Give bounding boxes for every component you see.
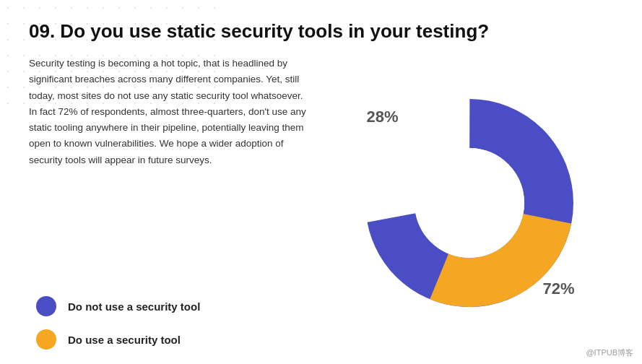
- content-wrapper: 09. Do you use static security tools in …: [29, 20, 613, 350]
- right-panel: 28% 72%: [325, 56, 613, 350]
- page-title: 09. Do you use static security tools in …: [29, 20, 613, 43]
- chart-label-72: 72%: [542, 280, 574, 298]
- legend-item-do-not-use: Do not use a security tool: [36, 296, 311, 316]
- legend-label-do-use: Do use a security tool: [68, 334, 181, 346]
- donut-chart: 28% 72%: [354, 87, 585, 318]
- watermark: @ITPUB博客: [586, 347, 633, 358]
- legend-label-do-not-use: Do not use a security tool: [68, 300, 200, 313]
- main-area: Security testing is becoming a hot topic…: [29, 56, 613, 350]
- description-text: Security testing is becoming a hot topic…: [29, 56, 311, 168]
- legend-dot-do-use: [36, 329, 56, 350]
- donut-hole: [415, 148, 524, 258]
- legend-dot-do-not-use: [36, 296, 56, 316]
- left-panel: Security testing is becoming a hot topic…: [29, 56, 311, 350]
- page: 09. Do you use static security tools in …: [0, 0, 642, 364]
- legend-item-do-use: Do use a security tool: [36, 329, 311, 350]
- legend: Do not use a security tool Do use a secu…: [29, 296, 311, 350]
- chart-label-28: 28%: [367, 108, 399, 126]
